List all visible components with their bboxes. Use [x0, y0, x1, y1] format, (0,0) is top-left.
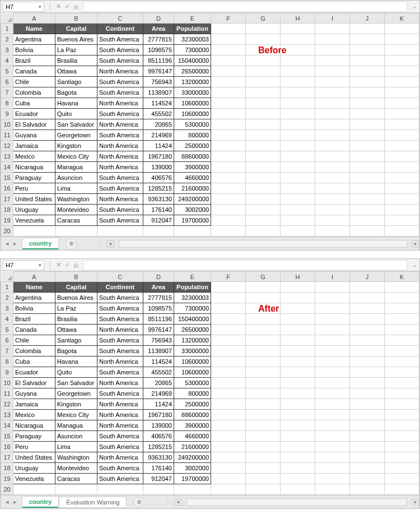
row-header-10[interactable]: 10: [1, 119, 13, 130]
empty-cell[interactable]: [385, 293, 419, 303]
row-header-18[interactable]: 18: [1, 463, 13, 474]
column-header-K[interactable]: K: [385, 272, 419, 282]
cell-population[interactable]: 7300000: [174, 303, 211, 314]
cell-name[interactable]: Venezuela: [13, 474, 55, 484]
empty-cell[interactable]: [246, 367, 281, 378]
empty-cell[interactable]: [246, 34, 281, 45]
cell-capital[interactable]: Buenos Aires: [55, 293, 97, 303]
cell-area[interactable]: 1967180: [143, 410, 174, 420]
cell-capital[interactable]: Managua: [55, 420, 97, 431]
empty-cell[interactable]: [246, 378, 281, 388]
column-header-C[interactable]: C: [97, 272, 143, 282]
cell-name[interactable]: Canada: [13, 325, 55, 335]
cell-continent[interactable]: South America: [97, 314, 143, 325]
horizontal-scrollbar[interactable]: [186, 498, 407, 506]
cell-area[interactable]: 455502: [143, 367, 174, 378]
cell-name[interactable]: El Salvador: [13, 119, 55, 130]
cell-capital[interactable]: Caracas: [55, 215, 97, 226]
cell-population[interactable]: 26500000: [174, 66, 211, 77]
column-header-I[interactable]: I: [315, 13, 350, 24]
empty-cell[interactable]: [350, 215, 385, 226]
column-header-B[interactable]: B: [55, 272, 97, 282]
empty-cell[interactable]: [385, 388, 419, 399]
empty-cell[interactable]: [385, 45, 419, 55]
cell-population[interactable]: 2500000: [174, 399, 211, 410]
cell-name[interactable]: Brazil: [13, 314, 55, 325]
empty-cell[interactable]: [385, 335, 419, 346]
cell-continent[interactable]: South America: [97, 303, 143, 314]
empty-cell[interactable]: [315, 442, 350, 452]
formula-input[interactable]: [83, 2, 407, 12]
tab-nav-prev-icon[interactable]: ▸: [12, 498, 18, 506]
column-header-F[interactable]: F: [211, 13, 246, 24]
cell-name[interactable]: Guyana: [13, 388, 55, 399]
empty-cell[interactable]: [281, 215, 315, 226]
empty-cell[interactable]: [281, 388, 315, 399]
row-header-5[interactable]: 5: [1, 325, 13, 335]
cell-capital[interactable]: Ottawa: [55, 325, 97, 335]
empty-cell[interactable]: [281, 399, 315, 410]
empty-cell[interactable]: [385, 226, 419, 237]
cell-capital[interactable]: Georgetown: [55, 130, 97, 141]
cell-population[interactable]: 3002000: [174, 463, 211, 474]
row-header-7[interactable]: 7: [1, 87, 13, 98]
row-header-8[interactable]: 8: [1, 356, 13, 367]
empty-cell[interactable]: [350, 151, 385, 162]
cell-name[interactable]: Paraguay: [13, 173, 55, 183]
empty-cell[interactable]: [55, 226, 97, 237]
cell-area[interactable]: 2777815: [143, 293, 174, 303]
row-header-4[interactable]: 4: [1, 55, 13, 66]
cell-capital[interactable]: Bagota: [55, 346, 97, 356]
empty-cell[interactable]: [350, 463, 385, 474]
empty-cell[interactable]: [246, 463, 281, 474]
empty-cell[interactable]: [281, 378, 315, 388]
empty-cell[interactable]: [315, 24, 350, 34]
empty-cell[interactable]: [211, 194, 246, 205]
cell-capital[interactable]: Mexico City: [55, 151, 97, 162]
empty-cell[interactable]: [246, 162, 281, 173]
empty-cell[interactable]: [350, 77, 385, 87]
empty-cell[interactable]: [350, 66, 385, 77]
empty-cell[interactable]: [350, 442, 385, 452]
cell-area[interactable]: 1138907: [143, 346, 174, 356]
empty-cell[interactable]: [211, 442, 246, 452]
empty-cell[interactable]: [246, 173, 281, 183]
cell-name[interactable]: Uruguay: [13, 463, 55, 474]
empty-cell[interactable]: [246, 335, 281, 346]
empty-cell[interactable]: [315, 162, 350, 173]
row-header-9[interactable]: 9: [1, 109, 13, 119]
empty-cell[interactable]: [211, 45, 246, 55]
empty-cell[interactable]: [246, 484, 281, 495]
cell-name[interactable]: Jamaica: [13, 399, 55, 410]
empty-cell[interactable]: [246, 293, 281, 303]
empty-cell[interactable]: [246, 183, 281, 194]
row-header-3[interactable]: 3: [1, 303, 13, 314]
row-header-19[interactable]: 19: [1, 215, 13, 226]
cell-continent[interactable]: South America: [97, 205, 143, 215]
empty-cell[interactable]: [315, 282, 350, 293]
empty-cell[interactable]: [246, 282, 281, 293]
cell-capital[interactable]: Ottawa: [55, 66, 97, 77]
empty-cell[interactable]: [211, 410, 246, 420]
empty-cell[interactable]: [211, 130, 246, 141]
column-header-H[interactable]: H: [281, 272, 315, 282]
empty-cell[interactable]: [350, 45, 385, 55]
empty-cell[interactable]: [246, 77, 281, 87]
empty-cell[interactable]: [143, 226, 174, 237]
empty-cell[interactable]: [211, 205, 246, 215]
empty-cell[interactable]: [350, 474, 385, 484]
empty-cell[interactable]: [211, 109, 246, 119]
empty-cell[interactable]: [385, 173, 419, 183]
cell-name[interactable]: Bolivia: [13, 45, 55, 55]
empty-cell[interactable]: [211, 215, 246, 226]
empty-cell[interactable]: [385, 130, 419, 141]
fx-icon[interactable]: fx: [72, 262, 81, 268]
column-header-A[interactable]: A: [13, 13, 55, 24]
empty-cell[interactable]: [315, 452, 350, 463]
empty-cell[interactable]: [211, 325, 246, 335]
cell-name[interactable]: Mexico: [13, 151, 55, 162]
row-header-14[interactable]: 14: [1, 420, 13, 431]
cell-area[interactable]: 1285215: [143, 442, 174, 452]
empty-cell[interactable]: [315, 205, 350, 215]
cell-continent[interactable]: South America: [97, 367, 143, 378]
